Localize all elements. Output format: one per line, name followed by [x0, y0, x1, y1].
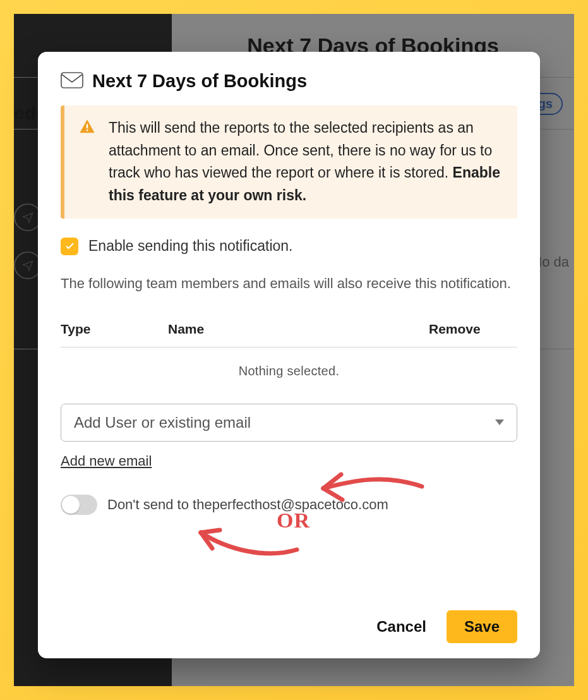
warning-alert-text: This will send the reports to the select…: [109, 117, 503, 207]
envelope-icon: [61, 71, 83, 92]
recipients-table-header: Type Name Remove: [61, 319, 517, 347]
cancel-button[interactable]: Cancel: [371, 612, 431, 642]
dont-send-label: Don't send to theperfecthost@spacetoco.c…: [107, 497, 388, 513]
warning-alert: This will send the reports to the select…: [61, 106, 517, 219]
warning-triangle-icon: [78, 118, 96, 207]
modal-title: Next 7 Days of Bookings: [92, 71, 307, 92]
svg-rect-1: [87, 124, 88, 128]
col-type: Type: [61, 322, 168, 337]
enable-notification-label: Enable sending this notification.: [88, 238, 293, 255]
add-new-email-link[interactable]: Add new email: [61, 453, 517, 469]
col-remove: Remove: [429, 322, 517, 337]
toggle-knob: [62, 496, 80, 514]
svg-rect-0: [61, 73, 83, 88]
recipients-description: The following team members and emails wi…: [61, 273, 517, 294]
col-name: Name: [168, 322, 429, 337]
recipients-table-empty: Nothing selected.: [61, 347, 517, 404]
svg-rect-2: [87, 130, 88, 131]
save-button[interactable]: Save: [447, 610, 517, 643]
add-user-or-email-select[interactable]: Add User or existing email: [61, 404, 517, 442]
chevron-down-icon: [495, 419, 504, 425]
notification-settings-modal: Next 7 Days of Bookings This will send t…: [38, 52, 540, 658]
modal-footer: Cancel Save: [61, 591, 517, 643]
select-placeholder: Add User or existing email: [74, 414, 251, 431]
dont-send-toggle[interactable]: [61, 495, 97, 515]
enable-notification-checkbox[interactable]: [61, 238, 78, 255]
